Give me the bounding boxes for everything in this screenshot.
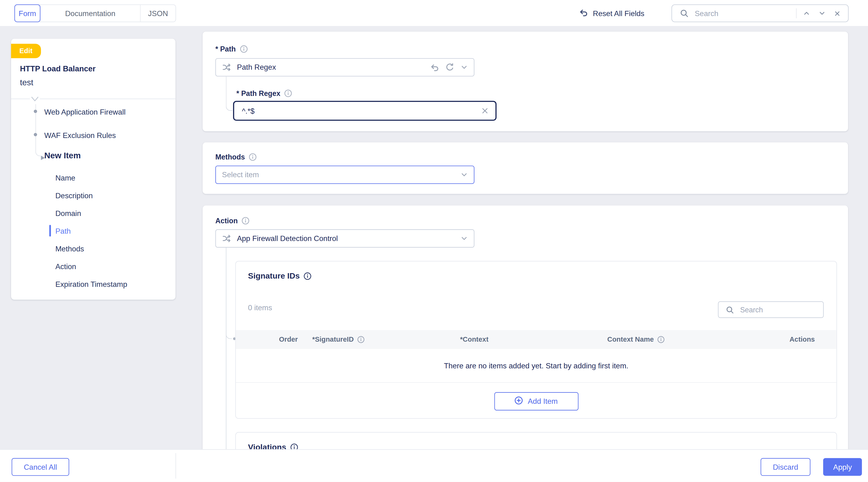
plus-circle-icon	[515, 396, 524, 406]
sidebar-item-waf-exclusion-rules[interactable]: WAF Exclusion Rules	[44, 131, 116, 140]
add-item-row: Add Item	[236, 383, 837, 419]
close-icon[interactable]	[832, 10, 843, 17]
sidebar-item-action[interactable]: Action	[55, 262, 76, 271]
footer-divider	[176, 453, 176, 479]
topbar: Form Documentation JSON Reset All Fields	[0, 0, 868, 26]
sidebar-item-name[interactable]: Name	[55, 174, 75, 183]
info-icon[interactable]	[290, 443, 299, 449]
action-label-row: Action	[215, 217, 250, 225]
reset-all-fields-button[interactable]: Reset All Fields	[579, 8, 644, 19]
add-item-button[interactable]: Add Item	[494, 392, 578, 410]
info-icon[interactable]	[357, 336, 365, 343]
column-context-name: Context Name	[607, 336, 748, 343]
signature-ids-title-row: Signature IDs	[248, 271, 312, 280]
empty-state-text: There are no items added yet. Start by a…	[236, 349, 837, 383]
info-icon[interactable]	[249, 153, 257, 161]
shuffle-icon	[222, 63, 231, 72]
chevron-down-icon[interactable]	[460, 234, 468, 243]
info-icon[interactable]	[284, 89, 292, 97]
top-search	[672, 4, 849, 22]
action-section: Action App Firewall Detection Control	[203, 206, 848, 449]
edit-mode-badge: Edit	[11, 44, 41, 58]
nested-field-connector	[226, 77, 232, 111]
active-item-indicator	[49, 225, 51, 237]
collapse-chevron-icon[interactable]	[30, 95, 40, 102]
methods-section: Methods Select item	[203, 143, 848, 194]
search-icon	[724, 305, 736, 314]
action-select-value: App Firewall Detection Control	[237, 234, 454, 243]
reset-all-fields-label: Reset All Fields	[593, 9, 644, 18]
shuffle-icon	[222, 234, 231, 243]
methods-placeholder: Select item	[222, 171, 455, 179]
sidebar-item-expiration-timestamp[interactable]: Expiration Timestamp	[55, 280, 127, 289]
signature-ids-panel: Signature IDs 0 items	[235, 261, 837, 419]
object-type-title: HTTP Load Balancer	[20, 64, 95, 73]
path-type-select[interactable]: Path Regex	[215, 58, 474, 76]
column-actions: Actions	[748, 336, 837, 343]
methods-label-row: Methods	[215, 153, 257, 161]
sidebar-item-domain[interactable]: Domain	[55, 209, 81, 218]
column-context: *Context	[460, 336, 607, 343]
info-icon[interactable]	[242, 217, 250, 225]
nested-section-connector	[226, 248, 226, 449]
sidebar-item-web-application-firewall[interactable]: Web Application Firewall	[44, 108, 126, 117]
items-count: 0 items	[248, 304, 272, 312]
path-regex-label: * Path Regex	[236, 89, 280, 97]
sidebar-item-methods[interactable]: Methods	[55, 244, 84, 254]
path-label: * Path	[215, 45, 236, 53]
sidebar-item-description[interactable]: Description	[55, 191, 93, 201]
path-regex-input-wrap	[233, 101, 497, 121]
path-select-value: Path Regex	[237, 63, 424, 71]
tree-bullet	[34, 110, 37, 113]
search-icon	[678, 9, 690, 18]
undo-icon	[579, 8, 588, 19]
signature-ids-title: Signature IDs	[248, 271, 300, 280]
table-search	[718, 301, 824, 318]
tree-bullet	[34, 133, 37, 136]
methods-label: Methods	[215, 153, 245, 161]
discard-button[interactable]: Discard	[761, 458, 810, 476]
view-tabs: Form Documentation JSON	[14, 4, 176, 22]
chevron-down-icon[interactable]	[460, 63, 468, 71]
chevron-down-icon[interactable]	[460, 171, 468, 179]
object-name: test	[20, 78, 33, 87]
sidebar-item-new-item[interactable]: New Item	[44, 151, 81, 160]
tab-form[interactable]: Form	[14, 4, 40, 22]
sidebar: Edit HTTP Load Balancer test Web Applica…	[11, 39, 176, 300]
add-item-label: Add Item	[528, 397, 558, 405]
search-divider	[796, 8, 797, 18]
clear-icon[interactable]	[481, 107, 489, 115]
info-icon[interactable]	[240, 45, 248, 53]
search-input[interactable]	[695, 9, 792, 18]
methods-select[interactable]: Select item	[215, 165, 474, 184]
table-search-input[interactable]	[740, 305, 817, 314]
path-section: * Path Path Regex	[203, 32, 848, 131]
violations-panel: Violations	[235, 432, 837, 449]
info-icon[interactable]	[304, 272, 312, 280]
chevron-down-icon[interactable]	[816, 9, 828, 17]
app: Form Documentation JSON Reset All Fields	[0, 0, 868, 482]
tab-json[interactable]: JSON	[140, 5, 176, 22]
path-regex-label-row: * Path Regex	[236, 89, 292, 97]
connector-branch	[226, 330, 232, 339]
tab-documentation[interactable]: Documentation	[40, 5, 140, 22]
info-icon[interactable]	[657, 336, 665, 343]
footer-bar: Cancel All Discard Apply	[0, 449, 868, 482]
action-label: Action	[215, 217, 238, 225]
content-area: Edit HTTP Load Balancer test Web Applica…	[0, 26, 868, 449]
chevron-up-icon[interactable]	[801, 9, 812, 17]
path-field-label-row: * Path	[215, 45, 248, 53]
violations-title: Violations	[248, 443, 286, 449]
table-header-row: Order *SignatureID *Context	[236, 330, 837, 349]
column-signature-id: *SignatureID	[308, 336, 460, 343]
undo-icon[interactable]	[430, 62, 439, 72]
cancel-all-button[interactable]: Cancel All	[11, 458, 69, 476]
column-order: Order	[236, 336, 308, 343]
apply-button[interactable]: Apply	[823, 458, 862, 476]
action-select[interactable]: App Firewall Detection Control	[215, 230, 474, 248]
violations-title-row: Violations	[248, 443, 298, 449]
redo-icon[interactable]	[445, 63, 455, 72]
path-regex-input[interactable]	[242, 107, 481, 115]
sidebar-item-path[interactable]: Path	[55, 227, 71, 236]
